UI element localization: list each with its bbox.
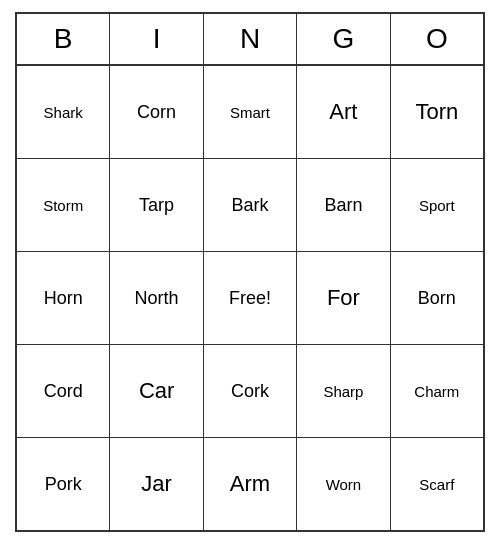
cell-text-1-4: Sport [419, 197, 455, 214]
bingo-cell-3-2: Cork [204, 345, 297, 437]
cell-text-1-3: Barn [324, 195, 362, 216]
bingo-cell-0-1: Corn [110, 66, 203, 158]
cell-text-2-0: Horn [44, 288, 83, 309]
bingo-cell-3-0: Cord [17, 345, 110, 437]
cell-text-2-3: For [327, 285, 360, 311]
cell-text-0-1: Corn [137, 102, 176, 123]
header-letter-G: G [297, 14, 390, 64]
cell-text-0-2: Smart [230, 104, 270, 121]
cell-text-4-4: Scarf [419, 476, 454, 493]
bingo-cell-1-1: Tarp [110, 159, 203, 251]
bingo-row-3: CordCarCorkSharpCharm [17, 345, 483, 438]
bingo-cell-2-2: Free! [204, 252, 297, 344]
bingo-cell-4-0: Pork [17, 438, 110, 530]
cell-text-1-2: Bark [232, 195, 269, 216]
bingo-cell-0-0: Shark [17, 66, 110, 158]
cell-text-4-3: Worn [326, 476, 362, 493]
header-letter-B: B [17, 14, 110, 64]
bingo-body: SharkCornSmartArtTornStormTarpBarkBarnSp… [17, 66, 483, 530]
header-letter-O: O [391, 14, 483, 64]
bingo-row-1: StormTarpBarkBarnSport [17, 159, 483, 252]
bingo-cell-2-3: For [297, 252, 390, 344]
bingo-cell-3-4: Charm [391, 345, 483, 437]
cell-text-0-0: Shark [44, 104, 83, 121]
bingo-cell-0-3: Art [297, 66, 390, 158]
bingo-row-4: PorkJarArmWornScarf [17, 438, 483, 530]
bingo-cell-0-4: Torn [391, 66, 483, 158]
cell-text-4-1: Jar [141, 471, 172, 497]
bingo-cell-4-1: Jar [110, 438, 203, 530]
bingo-cell-1-2: Bark [204, 159, 297, 251]
bingo-cell-3-1: Car [110, 345, 203, 437]
bingo-cell-2-0: Horn [17, 252, 110, 344]
bingo-cell-1-4: Sport [391, 159, 483, 251]
bingo-row-2: HornNorthFree!ForBorn [17, 252, 483, 345]
bingo-row-0: SharkCornSmartArtTorn [17, 66, 483, 159]
cell-text-3-1: Car [139, 378, 174, 404]
cell-text-4-0: Pork [45, 474, 82, 495]
cell-text-2-2: Free! [229, 288, 271, 309]
bingo-cell-3-3: Sharp [297, 345, 390, 437]
cell-text-1-1: Tarp [139, 195, 174, 216]
cell-text-3-0: Cord [44, 381, 83, 402]
header-letter-N: N [204, 14, 297, 64]
cell-text-2-4: Born [418, 288, 456, 309]
bingo-cell-2-1: North [110, 252, 203, 344]
bingo-card: BINGO SharkCornSmartArtTornStormTarpBark… [15, 12, 485, 532]
bingo-cell-0-2: Smart [204, 66, 297, 158]
bingo-cell-4-2: Arm [204, 438, 297, 530]
cell-text-0-3: Art [329, 99, 357, 125]
cell-text-3-2: Cork [231, 381, 269, 402]
cell-text-3-3: Sharp [323, 383, 363, 400]
cell-text-2-1: North [135, 288, 179, 309]
cell-text-1-0: Storm [43, 197, 83, 214]
bingo-cell-1-3: Barn [297, 159, 390, 251]
bingo-cell-1-0: Storm [17, 159, 110, 251]
bingo-header: BINGO [17, 14, 483, 66]
cell-text-0-4: Torn [415, 99, 458, 125]
header-letter-I: I [110, 14, 203, 64]
bingo-cell-4-4: Scarf [391, 438, 483, 530]
cell-text-4-2: Arm [230, 471, 270, 497]
bingo-cell-4-3: Worn [297, 438, 390, 530]
cell-text-3-4: Charm [414, 383, 459, 400]
bingo-cell-2-4: Born [391, 252, 483, 344]
